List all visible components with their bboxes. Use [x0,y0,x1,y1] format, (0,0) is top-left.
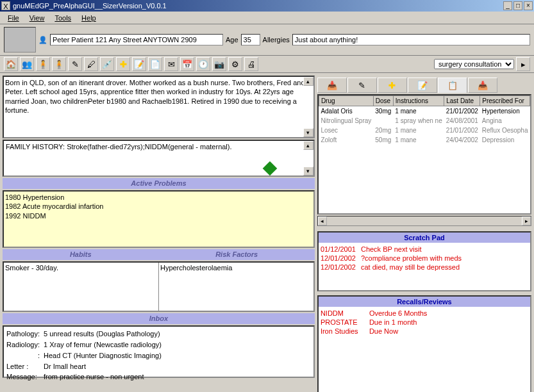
tab-download-icon[interactable]: 📥 [468,78,497,93]
camera-icon[interactable]: 📷 [212,57,226,71]
summary-panel: Born in QLD, son of an itinerant drover.… [3,76,315,138]
habits-header: Habits [3,249,158,260]
sys-menu-icon[interactable]: X [1,1,10,10]
habits-risk-panel: Smoker - 30/day. Hypercholesterolaemia [3,261,315,312]
note-icon[interactable]: 📝 [132,57,146,71]
table-row: Adalat Oris30mg1 mane21/01/2002Hypertens… [319,106,530,117]
drug-table: Drug Dose Instructions Last Date Prescri… [317,94,531,215]
inbox-panel: Pathology:5 unread results (Douglas Path… [3,325,315,378]
letter-icon[interactable]: 📄 [148,57,162,71]
patient-name-input[interactable] [50,34,223,45]
list-item: 01/12/2001Check BP next visit [321,245,467,254]
print-icon[interactable]: 🖨 [244,57,258,71]
email-icon[interactable]: ✉ [164,57,178,71]
table-row: Zoloft50mg1 mane24/04/2002Depression [319,135,530,145]
maximize-button[interactable]: □ [513,1,522,10]
pencil-icon[interactable]: 🖊 [84,57,98,71]
list-item: 12/01/2002?compliance problem with meds [321,254,467,263]
context-select[interactable]: surgery consultation [434,59,514,69]
list-item: 12/01/2002cat died, may still be depress… [321,263,467,272]
patient-header: 👤 Age Allergies [0,24,534,56]
risk-header: Risk Factors [158,249,314,260]
scroll-up-icon[interactable]: ▴ [303,141,313,150]
window-title: gnuMEdGP_PreAlphaGUI__SizerVersion_V0.0.… [13,2,167,10]
scratch-header: Scratch Pad [319,233,530,243]
toolbar: 🏠 👥 🧍 🧍 ✎ 🖊 💉 ✚ 📝 📄 ✉ 📅 🕐 📷 ⚙ 🖨 surgery … [0,56,534,73]
right-tabs: 📥 ✎ ✚ 📝 📋 📥 [317,78,531,93]
recall-header: Recalls/Reviews [319,297,530,307]
person1-icon[interactable]: 🧍 [36,57,50,71]
tab-inbox-icon[interactable]: 📥 [317,78,347,93]
list-item: NIDDMOverdue 6 Months [321,309,433,318]
drug-scrollbar[interactable]: ◂▸ [317,216,531,226]
allergies-input[interactable] [292,34,530,45]
scroll-up-icon[interactable]: ▴ [303,77,313,86]
person2-icon[interactable]: 🧍 [52,57,66,71]
menu-help[interactable]: Help [76,13,101,23]
problem-row: 1992 NIDDM [5,211,312,220]
active-problems-header: Active Problems [3,178,315,189]
risk-text: Hypercholesterolaemia [158,263,313,311]
table-row: Nitrolingual Spray1 spray when ne24/08/2… [319,116,530,126]
tab-edit-icon[interactable]: ✎ [347,78,377,93]
recall-panel: Recalls/Reviews NIDDMOverdue 6 Months PR… [317,295,531,392]
menu-tools[interactable]: Tools [49,13,76,23]
dropdown-go-icon[interactable]: ▸ [516,57,530,71]
minimize-button[interactable]: _ [503,1,512,10]
table-row: Losec20mg1 mane21/01/2002Reflux Oesopha [319,126,530,135]
tab-cross-icon[interactable]: ✚ [378,78,407,93]
menu-file[interactable]: File [3,13,24,23]
summary-text: Born in QLD, son of an itinerant drover.… [5,79,305,114]
habits-text: Smoker - 30/day. [4,263,158,311]
tab-note-icon[interactable]: 📝 [408,78,437,93]
patients-icon[interactable]: 👥 [20,57,34,71]
problem-row: 1982 Acute myocardial infartion [5,202,312,211]
menubar: File View Tools Help [0,12,534,24]
age-label: Age [226,36,238,44]
green-diamond-icon [263,161,278,176]
scroll-down-icon[interactable]: ▾ [303,128,313,137]
gear-icon[interactable]: ⚙ [228,57,242,71]
syringe-icon[interactable]: 💉 [100,57,114,71]
home-icon[interactable]: 🏠 [4,57,18,71]
close-button[interactable]: × [524,1,533,10]
age-input[interactable] [241,34,260,45]
family-history-panel: FAMILY HISTORY: Stroke(father-died72yrs)… [3,140,315,177]
active-problems-panel: 1980 Hypertension 1982 Acute myocardial … [3,190,315,248]
list-item: PROSTATEDue in 1 month [321,318,433,327]
tab-script-icon[interactable]: 📋 [438,78,467,93]
family-history-text: FAMILY HISTORY: Stroke(father-died72yrs)… [6,143,232,151]
edit-icon[interactable]: ✎ [68,57,82,71]
patient-icon: 👤 [38,36,47,44]
inbox-header: Inbox [3,313,315,324]
calendar-icon[interactable]: 📅 [180,57,194,71]
patient-photo [4,27,36,53]
list-item: Iron StudiesDue Now [321,327,433,336]
problem-row: 1980 Hypertension [5,193,312,202]
scroll-down-icon[interactable]: ▾ [303,167,313,176]
allergies-label: Allergies [263,36,290,44]
clock-icon[interactable]: 🕐 [196,57,210,71]
titlebar: X gnuMEdGP_PreAlphaGUI__SizerVersion_V0.… [0,0,534,12]
cross-icon[interactable]: ✚ [116,57,130,71]
scratch-panel: Scratch Pad 01/12/2001Check BP next visi… [317,231,531,291]
menu-view[interactable]: View [24,13,50,23]
